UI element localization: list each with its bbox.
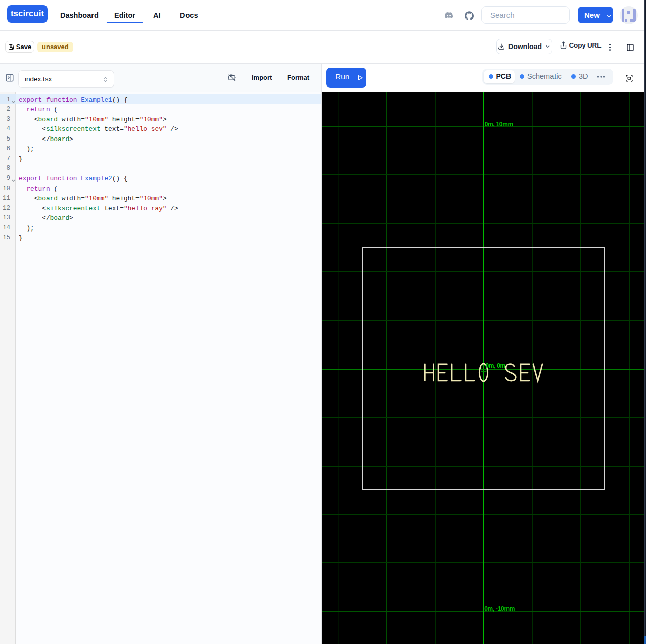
svg-text:0m, 10mm: 0m, 10mm [485, 121, 513, 128]
svg-text:0m, 0m: 0m, 0m [485, 362, 505, 370]
svg-text:0m, -10mm: 0m, -10mm [484, 605, 515, 612]
